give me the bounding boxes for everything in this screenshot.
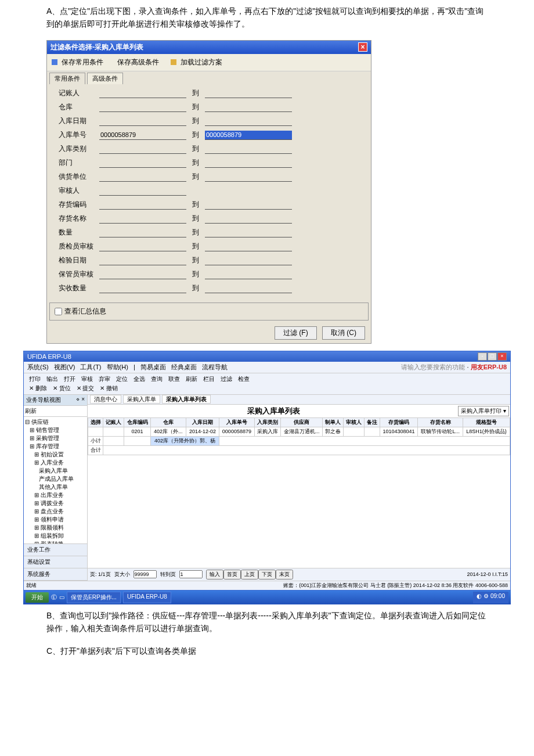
tree-node[interactable]: ⊞ 限额领料 — [25, 524, 86, 532]
col-header[interactable]: 选择 — [88, 417, 103, 427]
toolbar-刷新[interactable]: 刷新 — [184, 375, 199, 384]
toolbar-全选[interactable]: 全选 — [132, 375, 147, 384]
filter-button[interactable]: 过滤 (F) — [275, 326, 317, 340]
supplier-from[interactable] — [99, 172, 186, 182]
pager-下页[interactable]: 下页 — [258, 570, 276, 579]
pager-首页[interactable]: 首页 — [223, 570, 241, 579]
minimize-button[interactable]: - — [478, 352, 487, 361]
indate-to[interactable] — [205, 117, 292, 126]
invname-from[interactable] — [99, 214, 186, 224]
cancel-button[interactable]: 取消 (C) — [322, 326, 365, 340]
col-header[interactable]: 备注 — [365, 417, 380, 427]
toolbar-栏目[interactable]: 栏目 — [201, 375, 217, 384]
tree-node[interactable]: ⊞ 入库业务 — [25, 459, 86, 467]
menu-help[interactable]: 帮助(H) — [107, 363, 128, 370]
tree-node[interactable]: 采购入库单 — [25, 467, 86, 475]
toolbar-输出[interactable]: 输出 — [45, 375, 60, 384]
tab-advanced[interactable]: 高级条件 — [87, 73, 123, 84]
task-item-2[interactable]: UFIDA ERP-U8 — [123, 592, 171, 603]
toolbar-审核[interactable]: 审核 — [80, 375, 95, 384]
tab-receipt[interactable]: 采购入库单 — [123, 395, 160, 404]
indate-from[interactable] — [99, 117, 186, 126]
save-adv-button[interactable]: 保存高级条件 — [115, 55, 161, 70]
keeper-to[interactable] — [205, 270, 292, 279]
tree-node[interactable]: 产成品入库单 — [25, 475, 86, 483]
col-header[interactable]: 入库日期 — [186, 417, 219, 427]
tree-node[interactable]: ⊞ 组装拆卸 — [25, 532, 86, 540]
task-item-1[interactable]: 保管员ERP操作... — [67, 592, 121, 603]
qty-from[interactable] — [99, 228, 186, 237]
recorder-to[interactable] — [205, 89, 292, 98]
col-header[interactable]: 审核人 — [344, 417, 365, 427]
tree-node[interactable]: ⊞ 出库业务 — [25, 491, 86, 499]
dialog-close-button[interactable]: × — [358, 42, 367, 52]
tab-receipt-list[interactable]: 采购入库单列表 — [162, 395, 211, 404]
tab-message-center[interactable]: 消息中心 — [90, 395, 121, 404]
sidebar-btn-基础设置[interactable]: 基础设置 — [24, 556, 87, 568]
toolbar-弃审[interactable]: 弃审 — [97, 375, 112, 384]
col-header[interactable]: 记账人 — [103, 417, 124, 427]
recvqty-from[interactable] — [99, 284, 186, 293]
toolbar-联查[interactable]: 联查 — [167, 375, 182, 384]
start-button[interactable]: 开始 — [26, 592, 49, 603]
search-hint[interactable]: 请输入您要搜索的功能 — [401, 363, 465, 370]
inno-to[interactable] — [205, 131, 292, 140]
warehouse-to[interactable] — [205, 103, 292, 112]
print-dropdown[interactable]: 采购入库单打印 ▾ — [458, 406, 509, 416]
toolbar-打开[interactable]: 打开 — [62, 375, 77, 384]
col-header[interactable]: 存货编码 — [380, 417, 418, 427]
col-header[interactable]: 入库类别 — [254, 417, 280, 427]
load-plan-button[interactable]: 加载过滤方案 — [168, 55, 227, 70]
dept-from[interactable] — [99, 159, 186, 168]
quicklaunch-desktop-icon[interactable]: ▭ — [59, 594, 64, 600]
col-header[interactable]: 入库单号 — [219, 417, 254, 427]
qcaudit-from[interactable] — [99, 242, 186, 251]
sidebar-refresh[interactable]: 刷新 — [24, 406, 87, 417]
pager-输入[interactable]: 输入 — [206, 570, 223, 579]
intype-from[interactable] — [99, 145, 186, 154]
toolbar-删除[interactable]: ✕ 删除 — [27, 384, 49, 393]
tree-node[interactable]: ⊞ 采购管理 — [25, 434, 86, 442]
inno-from[interactable] — [99, 131, 186, 140]
chkdate-to[interactable] — [205, 256, 292, 265]
pager-上页[interactable]: 上页 — [241, 570, 258, 579]
recvqty-to[interactable] — [205, 284, 292, 293]
pager-末页[interactable]: 末页 — [276, 570, 293, 579]
col-header[interactable]: 存货名称 — [418, 417, 463, 427]
qcaudit-to[interactable] — [205, 242, 292, 251]
toolbar-提交[interactable]: ✕ 提交 — [75, 384, 96, 393]
col-header[interactable]: 制单人 — [323, 417, 344, 427]
tree-node[interactable]: ⊞ 盘点业务 — [25, 507, 86, 516]
tree-node[interactable]: ⊞ 领料申请 — [25, 516, 86, 524]
tree-node[interactable]: ⊞ 销售管理 — [25, 426, 86, 434]
page-size-input[interactable] — [134, 570, 157, 578]
auditor-input[interactable] — [99, 186, 186, 196]
warehouse-from[interactable] — [99, 103, 186, 112]
sidebar-pin-icon[interactable]: ⋄ × — [76, 396, 85, 404]
menu-system[interactable]: 系统(S) — [27, 363, 49, 370]
menu-nav[interactable]: 流程导航 — [202, 363, 228, 370]
dept-to[interactable] — [205, 159, 292, 168]
supplier-to[interactable] — [205, 172, 292, 182]
menu-tool[interactable]: 工具(T) — [80, 363, 101, 370]
col-header[interactable]: 供应商 — [281, 417, 323, 427]
tab-common[interactable]: 常用条件 — [49, 73, 85, 84]
invcode-from[interactable] — [99, 200, 186, 210]
toolbar-定位[interactable]: 定位 — [114, 375, 129, 384]
menu-simple[interactable]: 简易桌面 — [140, 363, 166, 370]
toolbar-打印[interactable]: 打印 — [27, 375, 42, 384]
menu-view[interactable]: 视图(V) — [54, 363, 75, 370]
keeper-from[interactable] — [99, 270, 186, 279]
col-header[interactable]: 规格型号 — [463, 417, 510, 427]
save-common-button[interactable]: 保存常用条件 — [49, 55, 108, 70]
chkdate-from[interactable] — [99, 256, 186, 265]
summary-checkbox[interactable] — [55, 308, 62, 315]
menu-classic[interactable]: 经典桌面 — [171, 363, 197, 370]
tree-node[interactable]: ⊞ 库存管理 — [25, 442, 86, 451]
tree-node[interactable]: ⊞ 调拨业务 — [25, 499, 86, 507]
recorder-from[interactable] — [99, 89, 186, 98]
col-header[interactable]: 仓库编码 — [124, 417, 150, 427]
col-header[interactable]: 仓库 — [150, 417, 186, 427]
toolbar-查询[interactable]: 查询 — [149, 375, 164, 384]
intype-to[interactable] — [205, 145, 292, 154]
